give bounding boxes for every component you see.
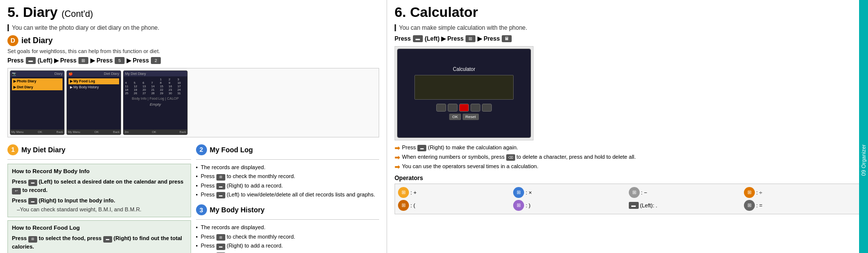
section1-icon: 1: [7, 144, 18, 155]
btn-2-icon: 2: [151, 57, 161, 64]
op-close-icon: ⊞: [513, 200, 524, 211]
calc-chapter: 6. Calculator: [395, 5, 478, 20]
op-close: ⊞ : ): [513, 200, 626, 211]
op-divide: ⊞ : ÷: [744, 187, 857, 198]
section3-item1: The records are displayed.: [196, 224, 380, 231]
body-instruction-sub: –You can check standard weight, B.M.I, a…: [12, 205, 187, 214]
diet-diary-icon: D: [7, 35, 18, 46]
food-log-heading: How to Record Food Log: [12, 224, 187, 232]
calc-bottom-row: OK Reset: [449, 114, 478, 120]
screen-diary-footer: My MenuOKBack: [10, 129, 64, 134]
section2-icon: 2: [196, 144, 207, 155]
diary-section: 5. Diary (Cont'd) You can write the phot…: [0, 0, 387, 253]
calc-text-reset: Reset: [463, 114, 479, 120]
op-multiply-icon: ⊞: [513, 187, 524, 198]
section2-item1: The records are displayed.: [196, 164, 380, 171]
btn-left-icon: ▬: [26, 57, 36, 64]
op-multiply: ⊞ : ×: [513, 187, 626, 198]
screen-cal-footer: 2mOKBack: [124, 129, 187, 134]
calc-btn-4: [482, 104, 492, 112]
calc-screen-area: Calculator OK Reset: [395, 46, 534, 140]
operators-section: Operators ⊞ : + ⊞ : × ⊞ : − ⊞ : ÷: [395, 175, 861, 214]
screen-cal-content: 123 45678910 11121314151617 181920212223…: [124, 76, 187, 108]
arrow1-press-icon: ▬: [417, 145, 426, 151]
section3-header: 3 My Body History: [196, 204, 380, 215]
op-minus-icon: ⊞: [629, 187, 640, 198]
calc-btn-2: [448, 104, 458, 112]
calc-buttons-row1: [436, 104, 492, 112]
diary-subtitle: You can write the photo diary or diet di…: [7, 24, 379, 31]
calculator-section: 6. Calculator You can make simple calcul…: [387, 0, 868, 253]
arrow3-icon: ➡: [395, 163, 400, 171]
calc-arrow1: ➡ Press ▬ (Right) to make the calculatio…: [395, 144, 861, 152]
op-open-icon: ⊞: [398, 200, 409, 211]
calc-arrow2: ➡ When entering numbers or symbols, pres…: [395, 154, 861, 161]
arrow2-icon: ➡: [395, 154, 400, 161]
body-instruction1: Press ▬ (Left) to select a desired date …: [12, 178, 187, 194]
instructions-left: 1 My Diet Diary How to Record My Body In…: [7, 141, 191, 253]
section2-list: The records are displayed. Press ⊞ to ch…: [196, 164, 380, 199]
section2-title: My Food Log: [210, 146, 253, 154]
diet-diary-header: D iet Diary: [7, 35, 379, 46]
op-plus-icon: ⊞: [398, 187, 409, 198]
diet-diary-desc: Set goals for weightloss, this can help …: [7, 48, 379, 54]
section2-header: 2 My Food Log: [196, 144, 380, 155]
chapter-number: 5. Diary (Cont'd): [7, 5, 93, 20]
op-dot-icon: ▬: [629, 202, 639, 209]
arrow1-text: Press ▬ (Right) to make the calculation …: [402, 144, 518, 151]
body-info-heading: How to Record My Body Info: [12, 167, 187, 176]
screen-diet-header: 🍎Diet Diary: [67, 71, 121, 77]
section2-item3: Press ▬ (Right) to add a record.: [196, 182, 380, 190]
s3-press-icon1: ⊞: [216, 234, 225, 241]
operators-grid: ⊞ : + ⊞ : × ⊞ : − ⊞ : ÷ ⊞ : (: [395, 184, 861, 214]
food-instruction1: Press ⊞ to select the food, press ▬ (Rig…: [12, 234, 187, 251]
section3-icon: 3: [196, 204, 207, 215]
op-divide-icon: ⊞: [744, 187, 755, 198]
btn-menu-icon: ⊞: [78, 57, 88, 64]
section3-item3: Press ▬ (Right) to add a record.: [196, 242, 380, 250]
calc-arrow3: ➡ You can use the operators several time…: [395, 163, 861, 171]
section1-header: 1 My Diet Diary: [7, 144, 191, 155]
op-equals-icon: ⊞: [744, 200, 755, 211]
calc-btn-calc: 🖩: [502, 35, 512, 42]
s3-press-icon2: ▬: [216, 244, 225, 250]
calc-btn-menu: ⊞: [466, 35, 475, 42]
press-record-icon: ↩: [12, 188, 21, 194]
op-dot: ▬ (Left): .: [629, 200, 742, 211]
op-equals: ⊞ : =: [744, 200, 857, 211]
body-instruction2: Press ▬ (Right) to Input the body info.: [12, 196, 187, 205]
calc-btn-ok: [459, 104, 469, 112]
section3-title: My Body History: [210, 206, 265, 214]
calc-screen: Calculator OK Reset: [397, 49, 531, 138]
food-log-box: How to Record Food Log Press ⊞ to select…: [7, 220, 191, 253]
instructions-right: 2 My Food Log The records are displayed.…: [196, 141, 380, 253]
arrow2-text: When entering numbers or symbols, press …: [402, 154, 636, 161]
s2-press-icon2: ▬: [216, 183, 225, 190]
diary-menu-diet: ▶ Diet Diary: [12, 84, 63, 90]
arrow3-text: You can use the operators several times …: [402, 163, 538, 169]
screen-calendar: My Diet Diary 123 45678910 1112131415161…: [123, 70, 188, 135]
operators-title: Operators: [395, 175, 861, 182]
screen-diet-footer: My MenuOKBack: [67, 129, 121, 134]
organizer-tab: 09 Organizer: [859, 0, 868, 253]
calc-press-line: Press ▬ (Left) ▶ Press ⊞ ▶ Press 🖩: [395, 35, 861, 42]
screen-diet-content: ▶ My Food Log ▶ My Body History: [67, 77, 121, 92]
diet-diary-press-line: Press ▬ (Left) ▶ Press ⊞ ▶ Press 5 ▶ Pre…: [7, 57, 379, 64]
diet-menu-food: ▶ My Food Log: [68, 78, 119, 84]
op-open: ⊞ : (: [398, 200, 511, 211]
calc-btn-3: [470, 104, 480, 112]
calc-screen-title: Calculator: [453, 66, 475, 72]
s2-press-icon1: ⊞: [216, 174, 225, 181]
press-right-icon: ▬: [28, 198, 37, 204]
phone-screens-area: 📷Diary ▶ Photo Diary ▶ Diet Diary My Men…: [7, 68, 379, 137]
calc-subtitle: You can make simple calculation with the…: [395, 24, 861, 31]
op-minus: ⊞ : −: [629, 187, 742, 198]
screen-diary-content: ▶ Photo Diary ▶ Diet Diary: [10, 77, 64, 92]
screen-cal-header: My Diet Diary: [124, 71, 187, 76]
calc-display: [414, 75, 514, 100]
screen-diary: 📷Diary ▶ Photo Diary ▶ Diet Diary My Men…: [10, 70, 65, 135]
calc-btn-1: [436, 104, 446, 112]
arrow1-icon: ➡: [395, 144, 400, 152]
section3-list: The records are displayed. Press ⊞ to ch…: [196, 224, 380, 253]
screen-diary-header: 📷Diary: [10, 71, 64, 77]
